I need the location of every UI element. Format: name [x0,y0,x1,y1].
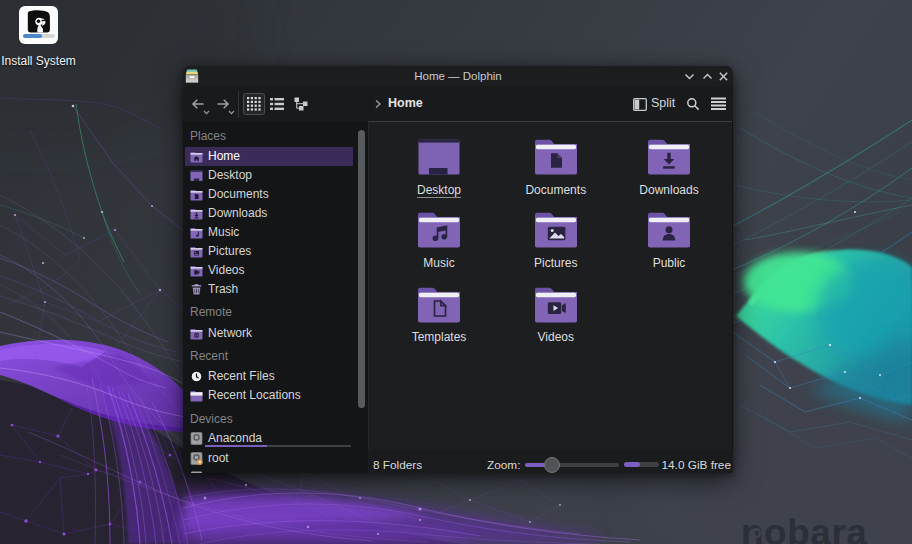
svg-text:nobara: nobara [741,512,867,544]
